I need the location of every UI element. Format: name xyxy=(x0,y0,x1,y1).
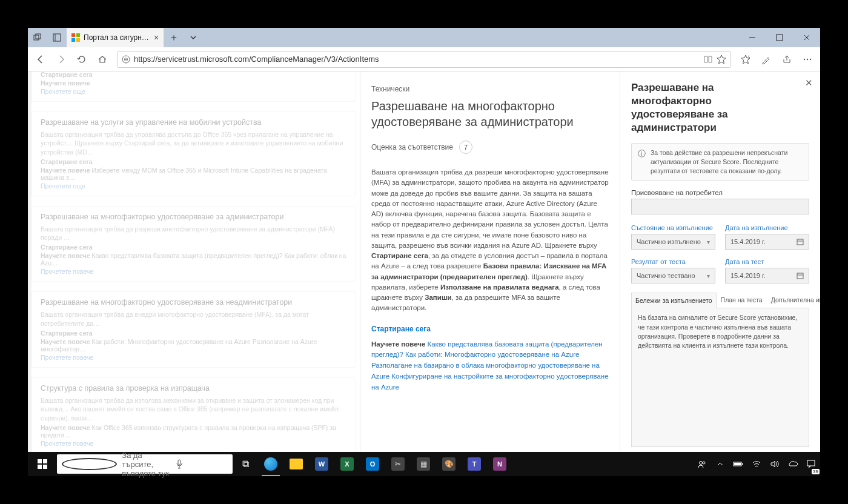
back-button[interactable] xyxy=(30,49,51,70)
list-item-body: Вашата организация трябва да разреши мно… xyxy=(41,225,346,242)
list-item[interactable]: Структура с правила за проверка на изпра… xyxy=(31,377,356,454)
notification-badge: 39 xyxy=(812,469,820,474)
taskbar: За да търсите, въведете тук ⧉ W X O ✂ ▦ … xyxy=(28,452,820,476)
test-date-input[interactable]: 15.4.2019 г. xyxy=(725,268,809,284)
refresh-button[interactable] xyxy=(71,49,92,70)
tray-chevron-up-icon[interactable] xyxy=(711,452,729,476)
window-minimize-button[interactable] xyxy=(738,28,766,47)
svg-rect-7 xyxy=(777,35,783,41)
share-button[interactable] xyxy=(777,49,797,70)
taskbar-app-outlook[interactable]: O xyxy=(360,452,385,476)
tab-notes[interactable]: Бележки за изпълнението xyxy=(631,293,717,308)
forward-button[interactable] xyxy=(51,49,71,70)
list-item-read-more[interactable]: Прочетете повече xyxy=(41,354,346,361)
snip-icon: ✂ xyxy=(391,457,405,471)
impl-status-select[interactable]: Частично изпълнено ▾ xyxy=(631,234,715,250)
more-button[interactable] xyxy=(797,49,818,70)
learn-more-block: Научете повече Какво представлява базова… xyxy=(371,339,609,393)
svg-point-10 xyxy=(807,58,808,59)
list-item-title: Структура с правила за проверка на изпра… xyxy=(41,384,346,393)
mic-icon[interactable] xyxy=(175,459,228,469)
detail-title: Разрешаване на многофакторно удостоверяв… xyxy=(371,98,609,130)
list-item-read-more[interactable]: Прочетете повече xyxy=(41,268,346,275)
home-button[interactable] xyxy=(92,49,113,70)
close-panel-button[interactable]: ✕ xyxy=(805,78,813,88)
impl-date-label[interactable]: Дата на изпълнение xyxy=(725,224,809,231)
svg-rect-23 xyxy=(734,463,741,465)
taskbar-app-word[interactable]: W xyxy=(309,452,334,476)
taskbar-app-onenote[interactable]: N xyxy=(487,452,512,476)
volume-icon[interactable] xyxy=(766,452,784,476)
wifi-icon[interactable] xyxy=(747,452,766,476)
list-item[interactable]: Разрешаване на услуги за управление на м… xyxy=(31,111,356,196)
tab-test-plan[interactable]: План на теста xyxy=(717,292,767,308)
impl-status-label[interactable]: Състояние на изпълнение xyxy=(631,224,715,231)
people-icon[interactable] xyxy=(693,452,711,476)
learn-link[interactable]: Как работи: Многофакторно удостоверяване… xyxy=(405,351,579,358)
list-item-read-more[interactable]: Прочетете още xyxy=(41,88,346,95)
test-date-label[interactable]: Дата на тест xyxy=(725,258,809,265)
browser-tab[interactable]: Портал за сигурност на × xyxy=(67,28,164,47)
notes-tabs: Бележки за изпълнението План на теста До… xyxy=(631,292,809,308)
svg-point-11 xyxy=(810,58,811,59)
impl-date-input[interactable]: 15.4.2019 г. xyxy=(725,234,809,250)
svg-rect-0 xyxy=(34,35,39,40)
site-info-icon[interactable] xyxy=(122,55,130,64)
favorite-star-icon[interactable] xyxy=(717,55,726,64)
tabs-dropdown-icon[interactable] xyxy=(184,28,203,47)
window-close-button[interactable] xyxy=(793,28,820,47)
assign-user-input[interactable] xyxy=(631,199,809,214)
start-button[interactable] xyxy=(28,452,57,476)
detail-category: Технически xyxy=(371,85,609,93)
detail-body: Вашата организация трябва да разреши мно… xyxy=(371,167,609,314)
svg-rect-2 xyxy=(53,34,61,41)
photos-icon: ▦ xyxy=(417,457,430,471)
taskbar-app-excel[interactable]: X xyxy=(334,452,360,476)
tab-additional-info[interactable]: Допълнителна информация xyxy=(767,292,820,308)
window-maximize-button[interactable] xyxy=(766,28,793,47)
taskbar-app-snip[interactable]: ✂ xyxy=(385,452,411,476)
svg-rect-1 xyxy=(36,34,41,39)
favorites-button[interactable] xyxy=(735,49,756,70)
window-titlebar: Портал за сигурност на × ＋ xyxy=(28,28,820,47)
action-center-icon[interactable]: 39 xyxy=(802,452,820,476)
list-item-action: Стартиране сега xyxy=(41,330,346,337)
notes-textarea[interactable]: На базата на сигналите от Secure Score у… xyxy=(631,308,809,447)
edit-panel-title: Разрешаване на многофакторно удостоверяв… xyxy=(631,81,797,134)
notes-button[interactable] xyxy=(756,49,777,70)
list-item-learn: Научете повече Как работи: Многофакторно… xyxy=(41,338,346,353)
onedrive-icon[interactable] xyxy=(784,452,802,476)
excel-icon: X xyxy=(340,457,354,471)
reading-view-icon[interactable] xyxy=(703,55,713,64)
taskbar-app-paint[interactable]: 🎨 xyxy=(436,452,462,476)
list-item-title: Разрешаване на услуги за управление на м… xyxy=(41,118,346,127)
list-item[interactable]: Използвайте DKIM, за да валидирате изход… xyxy=(31,71,356,102)
taskbar-search[interactable]: За да търсите, въведете тук xyxy=(57,454,233,474)
edit-panel: ✕ Разрешаване на многофакторно удостовер… xyxy=(620,71,820,476)
taskbar-app-explorer[interactable] xyxy=(283,452,309,476)
taskbar-app-photos[interactable]: ▦ xyxy=(411,452,436,476)
battery-icon[interactable] xyxy=(729,452,747,476)
tab-set-aside-icon[interactable] xyxy=(28,33,47,42)
cortana-icon xyxy=(62,458,117,470)
new-tab-button[interactable]: ＋ xyxy=(164,28,184,47)
test-result-select[interactable]: Частично тествано ▾ xyxy=(631,268,715,284)
svg-point-20 xyxy=(703,462,705,464)
tab-close-icon[interactable]: × xyxy=(154,33,159,42)
start-now-link[interactable]: Стартиране сега xyxy=(371,325,609,333)
task-view-button[interactable]: ⧉ xyxy=(233,452,258,476)
tabs-set-aside-list-icon[interactable] xyxy=(47,33,67,42)
ms-favicon-icon xyxy=(71,33,80,42)
list-item-title: Разрешаване на многофакторно удостоверяв… xyxy=(41,213,346,221)
url-field[interactable]: https://servicetrust.microsoft.com/Compl… xyxy=(118,51,730,68)
list-item[interactable]: Разрешаване на многофакторно удостоверяв… xyxy=(31,291,356,367)
list-item-read-more[interactable]: Прочетете повече xyxy=(41,440,346,447)
list-item[interactable]: Разрешаване на многофакторно удостоверяв… xyxy=(31,206,356,282)
list-item-read-more[interactable]: Прочетете още xyxy=(41,182,346,190)
taskbar-app-teams[interactable]: T xyxy=(462,452,487,476)
learn-link[interactable]: Конфигуриране на настройките за многофак… xyxy=(371,373,609,391)
taskbar-app-edge[interactable] xyxy=(258,452,283,476)
info-banner: ⓘ За това действие са разрешени непрекъс… xyxy=(631,143,809,181)
test-result-label[interactable]: Резултат от теста xyxy=(631,258,715,265)
svg-point-19 xyxy=(700,462,703,465)
